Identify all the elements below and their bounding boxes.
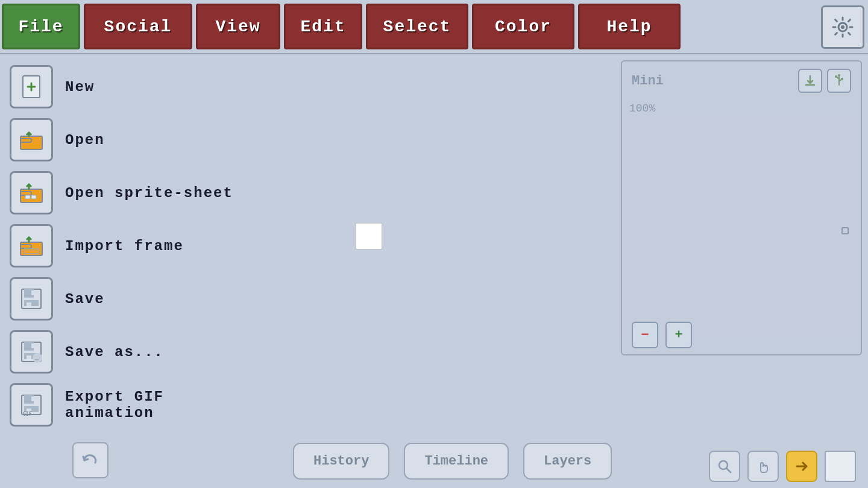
panel-remove-btn[interactable]: − <box>632 322 658 348</box>
file-dropdown: New Open <box>0 54 253 437</box>
save-label: Save <box>65 291 105 307</box>
save-as-label: Save as... <box>65 344 164 360</box>
svg-rect-31 <box>31 396 34 401</box>
arrow-right-icon <box>793 458 810 475</box>
panel-zoom: 100% <box>622 100 861 117</box>
panel-add-btn[interactable]: + <box>665 322 692 348</box>
panel-header: Mini <box>622 61 861 100</box>
menu-option-open-sprite[interactable]: Open sprite-sheet <box>0 166 253 219</box>
menu-file[interactable]: File <box>2 4 80 49</box>
import-frame-icon <box>10 224 53 267</box>
new-file-icon <box>10 65 53 108</box>
panel-indicator <box>841 227 849 234</box>
bottom-right-actions <box>709 451 856 482</box>
tab-history[interactable]: History <box>293 443 389 480</box>
svg-rect-8 <box>20 192 31 195</box>
open-sprite-label: Open sprite-sheet <box>65 185 233 201</box>
svg-text:GIF: GIF <box>23 411 32 417</box>
menu-option-new[interactable]: New <box>0 60 253 113</box>
svg-rect-24 <box>31 343 34 348</box>
panel-title: Mini <box>632 74 664 89</box>
panel-content <box>622 117 861 337</box>
save-icon <box>10 277 53 321</box>
svg-rect-18 <box>27 302 31 306</box>
search-icon <box>716 458 733 475</box>
menu-option-import[interactable]: Import frame <box>0 219 253 272</box>
svg-point-34 <box>838 74 840 77</box>
settings-button[interactable] <box>821 5 864 49</box>
new-label: New <box>65 79 95 95</box>
canvas-preview <box>356 223 382 249</box>
svg-text:…: … <box>35 355 39 361</box>
color-swatch[interactable] <box>825 451 856 482</box>
tab-timeline[interactable]: Timeline <box>404 443 509 480</box>
panel-footer: − + <box>622 316 702 354</box>
menu-option-export-gif[interactable]: GIF Export GIF animation <box>0 378 253 431</box>
menubar: File Social View Edit Select Color Help <box>0 0 868 54</box>
save-as-icon: … <box>10 330 53 374</box>
open-sprite-icon <box>10 171 53 214</box>
menu-view[interactable]: View <box>196 4 280 49</box>
undo-button[interactable] <box>72 442 108 478</box>
tree-icon <box>832 74 846 87</box>
menu-social[interactable]: Social <box>84 4 192 49</box>
panel-download-btn[interactable] <box>798 69 822 93</box>
svg-rect-12 <box>20 245 31 248</box>
svg-point-1 <box>841 25 844 29</box>
tab-layers[interactable]: Layers <box>523 443 612 480</box>
export-gif-icon: GIF <box>10 383 53 427</box>
menu-help[interactable]: Help <box>578 4 681 49</box>
svg-line-38 <box>726 468 731 472</box>
bottom-tabs: History Timeline Layers <box>289 443 615 480</box>
forward-button[interactable] <box>786 451 817 482</box>
main-area: New Open <box>0 54 868 488</box>
open-label: Open <box>65 132 105 148</box>
download-icon <box>804 74 817 87</box>
menu-option-save[interactable]: Save <box>0 272 253 325</box>
svg-rect-9 <box>25 195 30 199</box>
menu-option-open[interactable]: Open <box>0 113 253 166</box>
menu-option-save-as[interactable]: … Save as... <box>0 325 253 378</box>
menu-edit[interactable]: Edit <box>284 4 362 49</box>
bottom-bar: History Timeline Layers <box>0 430 868 488</box>
mini-preview-panel: Mini <box>621 60 862 355</box>
panel-tree-btn[interactable] <box>827 69 851 93</box>
hand-icon <box>755 458 772 475</box>
hand-button[interactable] <box>747 451 779 482</box>
open-folder-icon <box>10 118 53 161</box>
gear-icon <box>831 15 855 39</box>
svg-rect-19 <box>31 290 34 295</box>
svg-rect-23 <box>27 355 31 359</box>
svg-point-36 <box>841 78 843 80</box>
svg-rect-6 <box>20 139 31 142</box>
panel-header-buttons <box>798 69 851 93</box>
undo-icon <box>80 449 101 471</box>
import-frame-label: Import frame <box>65 238 184 254</box>
search-button[interactable] <box>709 451 740 482</box>
menu-select[interactable]: Select <box>366 4 468 49</box>
menu-color[interactable]: Color <box>472 4 574 49</box>
svg-point-35 <box>835 75 837 78</box>
svg-rect-10 <box>31 195 36 199</box>
export-gif-label: Export GIF animation <box>65 389 244 421</box>
